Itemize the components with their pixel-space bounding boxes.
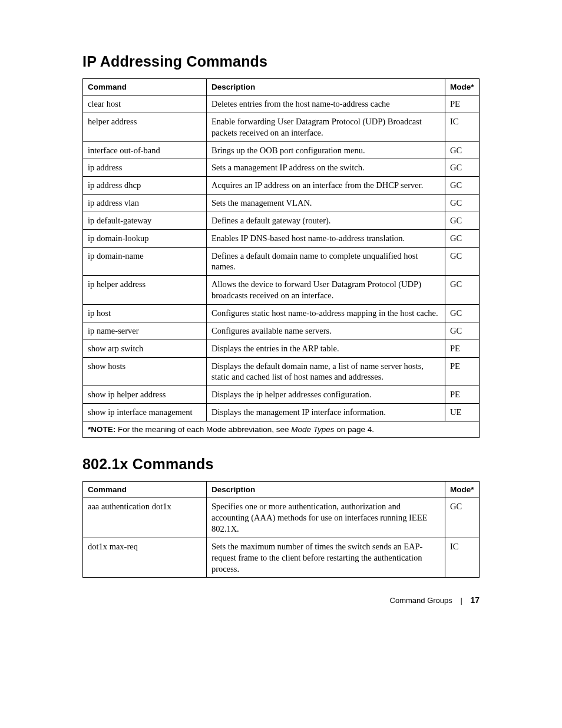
cell-command: ip helper address [83,276,207,305]
table-row: ip domain-lookupEnables IP DNS-based hos… [83,229,480,247]
cell-mode: GC [445,195,480,212]
table-row: ip name-serverConfigures available name … [83,322,480,340]
section-title-ip-addressing: IP Addressing Commands [82,53,480,70]
cell-mode: PE [445,357,480,386]
note-text2: on page 4. [334,425,374,434]
cell-description: Acquires an IP address on an interface f… [207,177,445,195]
cell-command: dot1x max-req [83,538,207,578]
table-row: aaa authentication dot1xSpecifies one or… [83,498,480,538]
table-header-row: Command Description Mode* [83,79,480,95]
note-italic: Mode Types [291,425,334,434]
cell-command: show ip interface management [83,404,207,421]
cell-mode: PE [445,340,480,357]
table-row: clear hostDeletes entries from the host … [83,95,480,113]
cell-mode: GC [445,247,480,276]
table-row: helper addressEnable forwarding User Dat… [83,113,480,141]
cell-description: Specifies one or more authentication, au… [207,498,445,538]
table-note: *NOTE: For the meaning of each Mode abbr… [83,421,480,438]
cell-command: interface out-of-band [83,141,207,159]
cell-command: ip name-server [83,322,207,340]
cell-command: helper address [83,113,207,141]
table-row: interface out-of-bandBrings up the OOB p… [83,141,480,159]
cell-mode: GC [445,212,480,229]
section-title-8021x: 802.1x Commands [82,456,480,473]
cell-command: ip address dhcp [83,177,207,195]
table-row: ip addressSets a management IP address o… [83,159,480,177]
page-footer: Command Groups | 17 [82,595,480,605]
cell-description: Configures available name servers. [207,322,445,340]
table-row: ip default-gatewayDefines a default gate… [83,212,480,229]
table-row: show hostsDisplays the default domain na… [83,357,480,386]
note-bold: *NOTE: [88,425,115,434]
table-row: show arp switchDisplays the entries in t… [83,340,480,357]
cell-mode: GC [445,159,480,177]
cell-command: ip address [83,159,207,177]
cell-command: show hosts [83,357,207,386]
cell-mode: GC [445,229,480,247]
header-command: Command [83,79,207,95]
header-command: Command [83,482,207,498]
header-description: Description [207,79,445,95]
cell-description: Displays the ip helper addresses configu… [207,386,445,404]
footer-section: Command Groups [390,596,452,605]
table-row: ip helper addressAllows the device to fo… [83,276,480,305]
header-mode: Mode* [445,482,480,498]
table-row: ip address vlanSets the management VLAN.… [83,195,480,212]
cell-mode: GC [445,177,480,195]
table-row: dot1x max-reqSets the maximum number of … [83,538,480,578]
header-description: Description [207,482,445,498]
table-note-row: *NOTE: For the meaning of each Mode abbr… [83,421,480,438]
cell-description: Enables IP DNS-based host name-to-addres… [207,229,445,247]
cell-mode: PE [445,386,480,404]
ip-addressing-commands-table: Command Description Mode* clear hostDele… [82,78,480,438]
cell-description: Deletes entries from the host name-to-ad… [207,95,445,113]
table-body: clear hostDeletes entries from the host … [83,95,480,421]
cell-description: Defines a default gateway (router). [207,212,445,229]
cell-command: show ip helper address [83,386,207,404]
footer-page-number: 17 [470,595,480,605]
cell-command: ip host [83,304,207,322]
cell-mode: GC [445,276,480,305]
table-row: ip address dhcpAcquires an IP address on… [83,177,480,195]
table-row: ip hostConfigures static host name-to-ad… [83,304,480,322]
cell-command: ip address vlan [83,195,207,212]
cell-description: Enable forwarding User Datagram Protocol… [207,113,445,141]
cell-mode: GC [445,498,480,538]
cell-description: Brings up the OOB port configuration men… [207,141,445,159]
cell-description: Sets the maximum number of times the swi… [207,538,445,578]
table-row: show ip helper addressDisplays the ip he… [83,386,480,404]
table-body: aaa authentication dot1xSpecifies one or… [83,498,480,578]
note-text1: For the meaning of each Mode abbreviatio… [115,425,291,434]
cell-description: Defines a default domain name to complet… [207,247,445,276]
cell-command: clear host [83,95,207,113]
cell-command: show arp switch [83,340,207,357]
cell-mode: GC [445,141,480,159]
header-mode: Mode* [445,79,480,95]
page-content: IP Addressing Commands Command Descripti… [0,0,562,628]
cell-mode: UE [445,404,480,421]
cell-command: ip domain-lookup [83,229,207,247]
cell-mode: GC [445,304,480,322]
cell-description: Allows the device to forward User Datagr… [207,276,445,305]
cell-description: Sets a management IP address on the swit… [207,159,445,177]
cell-mode: IC [445,113,480,141]
footer-separator: | [460,596,462,605]
cell-command: ip default-gateway [83,212,207,229]
table-row: show ip interface managementDisplays the… [83,404,480,421]
8021x-commands-table: Command Description Mode* aaa authentica… [82,481,480,578]
cell-command: aaa authentication dot1x [83,498,207,538]
table-row: ip domain-nameDefines a default domain n… [83,247,480,276]
cell-description: Displays the default domain name, a list… [207,357,445,386]
cell-command: ip domain-name [83,247,207,276]
cell-mode: IC [445,538,480,578]
cell-mode: PE [445,95,480,113]
cell-description: Sets the management VLAN. [207,195,445,212]
cell-description: Displays the entries in the ARP table. [207,340,445,357]
table-header-row: Command Description Mode* [83,482,480,498]
cell-description: Configures static host name-to-address m… [207,304,445,322]
cell-description: Displays the management IP interface inf… [207,404,445,421]
cell-mode: GC [445,322,480,340]
